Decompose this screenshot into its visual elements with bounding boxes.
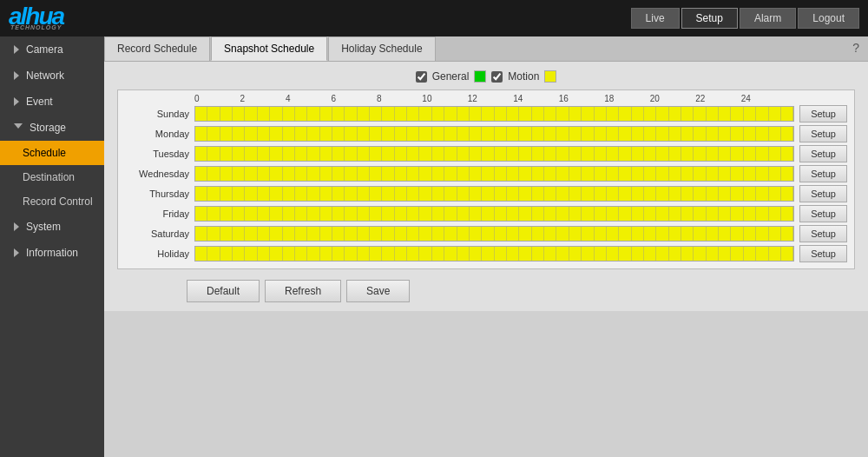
time-segment bbox=[507, 127, 519, 141]
time-segment bbox=[332, 167, 345, 181]
time-segment bbox=[358, 247, 370, 261]
content-area: Record Schedule Snapshot Schedule Holida… bbox=[104, 36, 868, 457]
time-segment bbox=[707, 227, 719, 241]
sidebar-item-information[interactable]: Information bbox=[0, 240, 104, 266]
time-segment bbox=[582, 227, 594, 241]
time-segment bbox=[358, 167, 370, 181]
tab-record-schedule[interactable]: Record Schedule bbox=[104, 36, 210, 61]
time-bar[interactable] bbox=[194, 206, 794, 222]
time-segment bbox=[595, 147, 607, 161]
time-segment bbox=[532, 207, 544, 221]
time-bar[interactable] bbox=[194, 246, 794, 262]
time-segment bbox=[270, 167, 282, 181]
time-bar[interactable] bbox=[194, 126, 794, 142]
time-bar[interactable] bbox=[194, 166, 794, 182]
time-segment bbox=[283, 227, 295, 241]
time-segment bbox=[707, 167, 719, 181]
time-label: 20 bbox=[650, 94, 695, 103]
setup-button[interactable]: Setup bbox=[681, 8, 738, 29]
time-segment bbox=[358, 107, 370, 121]
time-segment bbox=[407, 147, 419, 161]
time-segment bbox=[656, 147, 668, 161]
sidebar-item-destination[interactable]: Destination bbox=[0, 165, 104, 189]
time-segment bbox=[544, 207, 556, 221]
motion-label: Motion bbox=[508, 70, 539, 83]
refresh-button[interactable]: Refresh bbox=[265, 280, 341, 302]
time-segment bbox=[382, 227, 394, 241]
time-segment bbox=[283, 107, 295, 121]
time-segment bbox=[395, 207, 407, 221]
time-segment bbox=[220, 167, 233, 181]
time-segment bbox=[444, 247, 457, 261]
time-segment bbox=[744, 147, 756, 161]
help-icon[interactable]: ? bbox=[844, 36, 868, 61]
time-segment bbox=[245, 187, 257, 201]
setup-button-saturday[interactable]: Setup bbox=[799, 225, 847, 242]
time-segment bbox=[519, 207, 531, 221]
setup-button-wednesday[interactable]: Setup bbox=[799, 165, 847, 182]
time-segment bbox=[632, 127, 644, 141]
time-segment bbox=[644, 107, 656, 121]
time-segment bbox=[332, 147, 345, 161]
time-segment bbox=[382, 167, 394, 181]
time-segment bbox=[507, 207, 519, 221]
setup-button-holiday[interactable]: Setup bbox=[799, 245, 847, 262]
sidebar-item-record-control[interactable]: Record Control bbox=[0, 189, 104, 214]
time-segment bbox=[295, 127, 307, 141]
time-segment bbox=[694, 227, 706, 241]
time-segment bbox=[769, 167, 781, 181]
time-segment bbox=[345, 227, 357, 241]
time-bar[interactable] bbox=[194, 226, 794, 242]
time-segment bbox=[656, 247, 668, 261]
sidebar-item-storage[interactable]: Storage bbox=[0, 115, 104, 141]
time-segment bbox=[407, 207, 419, 221]
time-segment bbox=[607, 207, 619, 221]
svg-text:TECHNOLOGY: TECHNOLOGY bbox=[10, 24, 62, 30]
logout-button[interactable]: Logout bbox=[798, 8, 859, 29]
time-segment bbox=[669, 207, 681, 221]
time-segment bbox=[258, 107, 270, 121]
sidebar-item-event[interactable]: Event bbox=[0, 89, 104, 115]
time-segment bbox=[245, 247, 257, 261]
setup-button-thursday[interactable]: Setup bbox=[799, 185, 847, 202]
time-segment bbox=[220, 187, 233, 201]
time-segment bbox=[370, 227, 382, 241]
motion-checkbox[interactable] bbox=[491, 71, 503, 83]
time-segment bbox=[407, 167, 419, 181]
default-button[interactable]: Default bbox=[187, 280, 260, 302]
alarm-button[interactable]: Alarm bbox=[740, 8, 796, 29]
time-segment bbox=[295, 207, 307, 221]
time-segment bbox=[595, 127, 607, 141]
time-segment bbox=[470, 187, 482, 201]
save-button[interactable]: Save bbox=[346, 280, 410, 302]
sidebar-item-camera[interactable]: Camera bbox=[0, 36, 104, 63]
time-segment bbox=[569, 207, 582, 221]
general-checkbox[interactable] bbox=[416, 71, 427, 83]
time-segment bbox=[195, 247, 207, 261]
time-segment bbox=[233, 247, 245, 261]
time-bar[interactable] bbox=[194, 106, 794, 122]
time-bar[interactable] bbox=[194, 146, 794, 162]
time-segment bbox=[345, 207, 357, 221]
live-button[interactable]: Live bbox=[631, 8, 680, 29]
time-segment bbox=[358, 127, 370, 141]
setup-button-tuesday[interactable]: Setup bbox=[799, 145, 847, 162]
tab-snapshot-schedule[interactable]: Snapshot Schedule bbox=[211, 36, 327, 61]
schedule-row: SaturdaySetup bbox=[125, 225, 847, 242]
sidebar-item-system[interactable]: System bbox=[0, 214, 104, 240]
time-bar[interactable] bbox=[194, 186, 794, 202]
time-segment bbox=[556, 107, 569, 121]
triangle-icon bbox=[14, 248, 19, 257]
setup-button-monday[interactable]: Setup bbox=[799, 125, 847, 142]
time-segment bbox=[370, 147, 382, 161]
time-segment bbox=[332, 247, 345, 261]
time-segment bbox=[569, 127, 582, 141]
tab-holiday-schedule[interactable]: Holiday Schedule bbox=[328, 36, 435, 61]
time-segment bbox=[382, 187, 394, 201]
time-segment bbox=[482, 187, 494, 201]
nav-buttons: Live Setup Alarm Logout bbox=[631, 8, 859, 29]
sidebar-item-schedule[interactable]: Schedule bbox=[0, 141, 104, 165]
setup-button-friday[interactable]: Setup bbox=[799, 205, 847, 222]
sidebar-item-network[interactable]: Network bbox=[0, 63, 104, 89]
setup-button-sunday[interactable]: Setup bbox=[799, 105, 847, 123]
